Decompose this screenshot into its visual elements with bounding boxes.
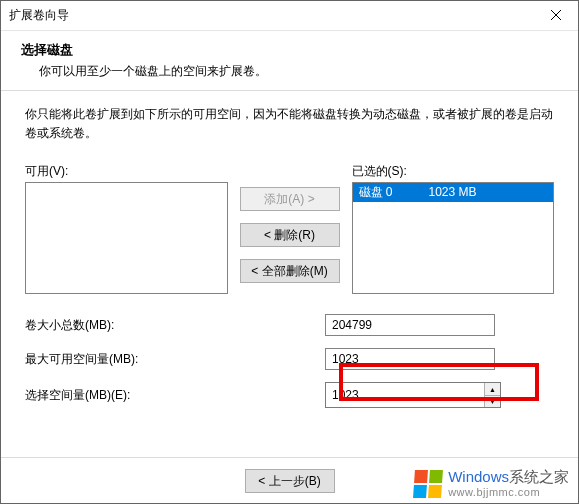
total-size-value: 204799 — [325, 314, 495, 336]
selected-listbox[interactable]: 磁盘 01023 MB — [352, 182, 555, 294]
header-area: 选择磁盘 你可以用至少一个磁盘上的空间来扩展卷。 — [1, 31, 578, 91]
total-size-label: 卷大小总数(MB): — [25, 317, 325, 334]
select-space-label: 选择空间量(MB)(E): — [25, 387, 325, 404]
page-subtext: 你可以用至少一个磁盘上的空间来扩展卷。 — [21, 63, 558, 80]
window-title: 扩展卷向导 — [9, 7, 69, 24]
max-space-label: 最大可用空间量(MB): — [25, 351, 325, 368]
available-label: 可用(V): — [25, 163, 228, 180]
spinner-up[interactable]: ▲ — [485, 383, 500, 396]
wizard-window: 扩展卷向导 选择磁盘 你可以用至少一个磁盘上的空间来扩展卷。 你只能将此卷扩展到… — [0, 0, 579, 504]
content-area: 你只能将此卷扩展到如下所示的可用空间，因为不能将磁盘转换为动态磁盘，或者被扩展的… — [1, 91, 578, 457]
page-heading: 选择磁盘 — [21, 41, 558, 59]
available-listbox[interactable] — [25, 182, 228, 294]
size-fields: 卷大小总数(MB): 204799 最大可用空间量(MB): 1023 选择空间… — [25, 314, 554, 408]
max-space-value: 1023 — [325, 348, 495, 370]
chevron-down-icon: ▼ — [489, 398, 496, 405]
available-column: 可用(V): — [25, 163, 228, 294]
spinner-down[interactable]: ▼ — [485, 396, 500, 408]
remove-all-button[interactable]: < 全部删除(M) — [240, 259, 340, 283]
total-size-row: 卷大小总数(MB): 204799 — [25, 314, 554, 336]
max-space-row: 最大可用空间量(MB): 1023 — [25, 348, 554, 370]
add-button[interactable]: 添加(A) > — [240, 187, 340, 211]
select-space-input[interactable] — [326, 383, 484, 407]
instruction-text: 你只能将此卷扩展到如下所示的可用空间，因为不能将磁盘转换为动态磁盘，或者被扩展的… — [25, 105, 554, 143]
remove-button[interactable]: < 删除(R) — [240, 223, 340, 247]
close-button[interactable] — [533, 1, 578, 31]
back-button[interactable]: < 上一步(B) — [245, 469, 335, 493]
disk-selection-columns: 可用(V): 添加(A) > < 删除(R) < 全部删除(M) 已选的(S):… — [25, 163, 554, 294]
select-space-spinner: ▲ ▼ — [325, 382, 501, 408]
select-space-row: 选择空间量(MB)(E): ▲ ▼ — [25, 382, 554, 408]
footer: < 上一步(B) — [1, 457, 578, 503]
transfer-buttons: 添加(A) > < 删除(R) < 全部删除(M) — [240, 163, 340, 294]
chevron-up-icon: ▲ — [489, 386, 496, 393]
list-item[interactable]: 磁盘 01023 MB — [353, 183, 554, 202]
close-icon — [550, 8, 562, 24]
selected-label: 已选的(S): — [352, 163, 555, 180]
spinner-buttons: ▲ ▼ — [484, 383, 500, 407]
selected-column: 已选的(S): 磁盘 01023 MB — [352, 163, 555, 294]
titlebar: 扩展卷向导 — [1, 1, 578, 31]
